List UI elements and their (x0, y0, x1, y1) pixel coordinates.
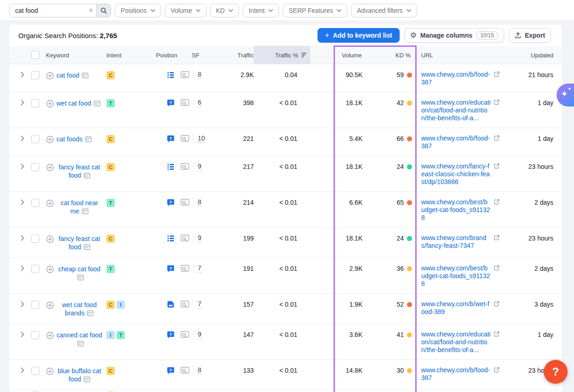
filter-volume[interactable]: Volume (165, 4, 206, 17)
external-link-icon[interactable] (494, 235, 500, 242)
url-link[interactable]: www.chewy.com/b/food-387 (421, 71, 491, 86)
url-link[interactable]: www.chewy.com/best/budget-cat-foods_s911… (421, 198, 491, 222)
serp-card-icon[interactable] (84, 244, 90, 252)
search-button[interactable] (96, 4, 111, 17)
serp-card-icon[interactable] (94, 100, 100, 108)
header-traffic[interactable]: Traffic (207, 46, 254, 64)
url-link[interactable]: www.chewy.com/b/food-387 (421, 366, 491, 382)
add-keyword-icon[interactable] (46, 163, 54, 180)
row-checkbox[interactable] (31, 99, 39, 107)
add-keyword-icon[interactable] (46, 265, 54, 282)
row-checkbox[interactable] (31, 199, 39, 207)
keyword-link[interactable]: wet cat food brands (56, 301, 102, 318)
add-keyword-icon[interactable] (46, 367, 54, 384)
filter-advanced[interactable]: Advanced filters (351, 4, 417, 17)
filter-intent[interactable]: Intent (243, 4, 279, 17)
position-value[interactable]: 7 (198, 264, 201, 273)
serp-card-icon[interactable] (77, 340, 84, 348)
add-to-keyword-list-button[interactable]: + Add to keyword list (318, 28, 399, 43)
position-value[interactable]: 8 (198, 198, 201, 207)
expand-chevron-icon[interactable] (21, 72, 24, 78)
row-checkbox[interactable] (31, 367, 39, 375)
serp-preview-icon[interactable] (180, 162, 189, 172)
position-value[interactable]: 9 (198, 234, 201, 242)
url-link[interactable]: www.chewy.com/best/budget-cat-foods_s911… (421, 264, 491, 288)
serp-preview-icon[interactable] (180, 330, 189, 340)
keyword-link[interactable]: cheap cat food (56, 265, 102, 282)
url-link[interactable]: www.chewy.com/fancy-feast-classic-chicke… (421, 162, 491, 186)
serp-preview-icon[interactable] (180, 134, 189, 144)
position-value[interactable]: 10 (198, 134, 205, 143)
serp-preview-icon[interactable] (180, 198, 189, 207)
add-keyword-icon[interactable] (46, 235, 54, 252)
serp-card-icon[interactable] (84, 376, 90, 384)
header-sf[interactable]: SF (192, 52, 200, 59)
header-intent[interactable]: Intent (105, 46, 153, 64)
url-link[interactable]: www.chewy.com/brands/fancy-feast-7347 (421, 234, 491, 250)
serp-card-icon[interactable] (82, 72, 89, 80)
row-checkbox[interactable] (31, 301, 39, 309)
serp-card-icon[interactable] (85, 136, 92, 144)
position-value[interactable]: 8 (198, 366, 201, 375)
keyword-link[interactable]: cat food near me (56, 199, 102, 216)
header-volume[interactable]: Volume (334, 46, 368, 64)
expand-chevron-icon[interactable] (21, 100, 24, 106)
keyword-link[interactable]: cat food (56, 71, 89, 81)
add-keyword-icon[interactable] (46, 301, 54, 318)
filter-serp-features[interactable]: SERP Features (283, 4, 347, 17)
add-keyword-icon[interactable] (46, 331, 54, 348)
serp-card-icon[interactable] (87, 310, 94, 318)
external-link-icon[interactable] (494, 367, 500, 374)
row-checkbox[interactable] (31, 135, 39, 143)
expand-chevron-icon[interactable] (21, 331, 24, 337)
add-keyword-icon[interactable] (46, 199, 54, 216)
serp-preview-icon[interactable] (180, 366, 189, 375)
external-link-icon[interactable] (494, 99, 500, 106)
serp-card-icon[interactable] (82, 208, 89, 216)
row-checkbox[interactable] (31, 163, 39, 171)
serp-preview-icon[interactable] (180, 99, 189, 108)
external-link-icon[interactable] (494, 331, 500, 338)
position-value[interactable]: 7 (198, 300, 201, 308)
header-kd[interactable]: KD % (368, 46, 417, 64)
position-value[interactable]: 9 (198, 330, 201, 339)
keyword-link[interactable]: wet cat food (56, 99, 100, 109)
expand-chevron-icon[interactable] (21, 235, 24, 241)
serp-card-icon[interactable] (77, 274, 84, 282)
header-keyword[interactable]: Keyword (42, 46, 105, 64)
manage-columns-button[interactable]: ⚙ Manage columns 10/15 (404, 28, 504, 43)
expand-chevron-icon[interactable] (21, 367, 24, 373)
expand-chevron-icon[interactable] (21, 265, 24, 271)
add-keyword-icon[interactable] (46, 72, 54, 81)
search-input[interactable] (10, 4, 85, 17)
url-link[interactable]: www.chewy.com/b/food-387 (421, 134, 491, 150)
expand-chevron-icon[interactable] (21, 199, 24, 205)
export-button[interactable]: Export (509, 28, 551, 43)
position-value[interactable]: 9 (198, 162, 201, 171)
filter-positions[interactable]: Positions (115, 4, 161, 17)
header-url[interactable]: URL (417, 46, 504, 64)
header-traffic-pct[interactable]: Traffic % (254, 46, 310, 64)
filter-kd[interactable]: KD (210, 4, 239, 17)
help-button[interactable]: ? (544, 360, 568, 384)
row-checkbox[interactable] (31, 331, 39, 339)
expand-chevron-icon[interactable] (21, 301, 24, 307)
row-checkbox[interactable] (31, 265, 39, 273)
serp-preview-icon[interactable] (180, 300, 189, 309)
expand-chevron-icon[interactable] (21, 163, 24, 169)
serp-preview-icon[interactable] (180, 234, 189, 243)
header-updated[interactable]: Updated (504, 46, 562, 64)
url-link[interactable]: www.chewy.com/b/wet-food-389 (421, 300, 491, 316)
clear-search-icon[interactable]: × (85, 4, 96, 17)
position-value[interactable]: 6 (198, 99, 201, 107)
row-checkbox[interactable] (31, 71, 39, 79)
url-link[interactable]: www.chewy.com/education/cat/food-and-nut… (421, 99, 491, 122)
serp-card-icon[interactable] (84, 172, 90, 180)
external-link-icon[interactable] (494, 135, 500, 142)
select-all-checkbox[interactable] (31, 51, 39, 59)
position-value[interactable]: 8 (198, 71, 201, 79)
add-keyword-icon[interactable] (46, 100, 54, 109)
serp-preview-icon[interactable] (180, 71, 189, 80)
external-link-icon[interactable] (494, 71, 500, 78)
keyword-link[interactable]: canned cat food (56, 331, 102, 348)
